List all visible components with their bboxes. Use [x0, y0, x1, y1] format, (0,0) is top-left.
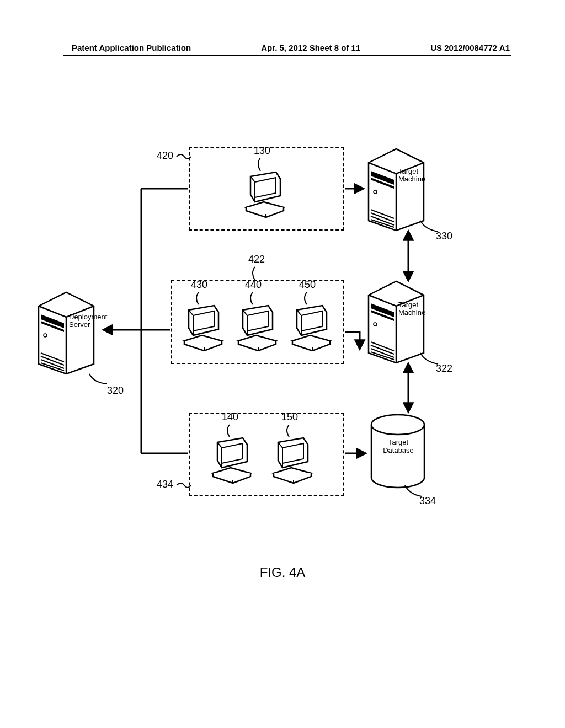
header-left: Patent Application Publication [72, 43, 191, 52]
leader-330 [419, 220, 441, 236]
header-right: US 2012/0084772 A1 [430, 43, 510, 52]
connectors [99, 143, 419, 507]
diagram-canvas: Deployment Server 320 420 130 Targ [66, 143, 502, 552]
figure-caption: FIG. 4A [0, 565, 565, 580]
deployment-server-icon [33, 287, 99, 375]
page-header: Patent Application Publication Apr. 5, 2… [0, 43, 565, 52]
header-rule [63, 55, 511, 56]
header-center: Apr. 5, 2012 Sheet 8 of 11 [261, 43, 360, 52]
leader-322 [419, 352, 441, 368]
